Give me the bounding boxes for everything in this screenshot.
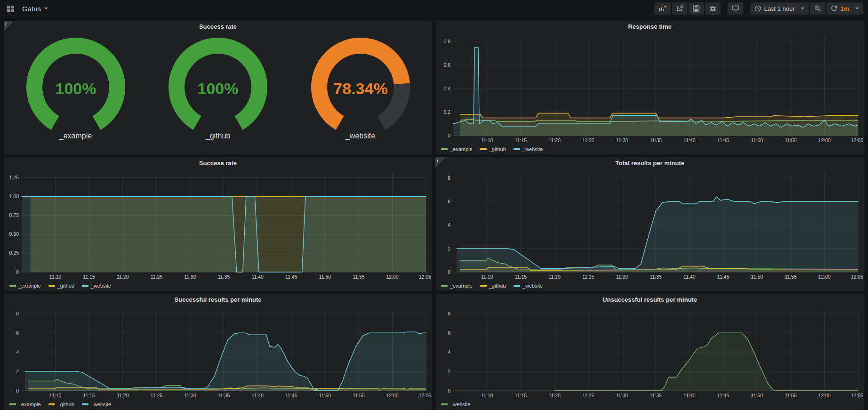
gauge-label: _website <box>346 132 375 140</box>
legend-swatch <box>441 403 448 405</box>
settings-button[interactable] <box>705 2 721 15</box>
x-axis-tick-label: 11:50 <box>751 393 763 398</box>
y-axis-tick-label: 0.6 <box>443 62 450 68</box>
grid-icon <box>7 5 15 12</box>
x-axis-tick-label: 11:20 <box>548 274 561 280</box>
x-axis-tick-label: 11:25 <box>582 137 595 143</box>
legend-label: _example <box>18 283 41 289</box>
add-panel-button[interactable] <box>654 2 671 15</box>
tv-mode-button[interactable] <box>728 2 743 15</box>
legend-item-_website[interactable]: _website <box>514 146 543 152</box>
chevron-down-icon <box>855 8 859 9</box>
x-axis-tick-label: 11:10 <box>481 393 493 398</box>
panel-title[interactable]: Response time <box>435 21 864 33</box>
legend-item-_example[interactable]: _example <box>9 402 41 407</box>
panel-info-icon[interactable]: i <box>435 157 446 168</box>
y-axis-tick-label: 8 <box>16 311 19 316</box>
panel-info-icon[interactable]: i <box>4 21 14 31</box>
dashboard-title-dropdown[interactable]: Gatus <box>22 5 48 13</box>
legend-item-_website[interactable]: _website <box>441 402 470 407</box>
x-axis-tick-label: 11:10 <box>49 393 62 398</box>
legend-item-_github[interactable]: _github <box>480 146 506 152</box>
x-axis-tick-label: 12:05 <box>851 393 863 398</box>
y-axis-tick-label: 4 <box>16 349 19 355</box>
x-axis-tick-label: 11:20 <box>548 393 561 398</box>
x-axis-tick-label: 11:15 <box>83 393 95 398</box>
panel-title[interactable]: Unsuccessful results per minute <box>435 294 864 306</box>
successful-results-chart[interactable]: 11:1011:1511:2011:2511:3011:3511:4011:45… <box>4 306 432 399</box>
zoom-out-button[interactable] <box>810 2 825 15</box>
monitor-icon <box>732 5 739 12</box>
success-rate-chart[interactable]: 11:1011:1511:2011:2511:3011:3511:4011:45… <box>4 169 432 281</box>
x-axis-tick-label: 12:00 <box>386 393 398 398</box>
legend-swatch <box>9 285 16 287</box>
x-axis-tick-label: 11:10 <box>481 274 493 280</box>
series-area-_website <box>22 197 426 272</box>
y-axis-tick-label: 2 <box>448 369 450 374</box>
x-axis-tick-label: 11:45 <box>717 274 730 280</box>
legend-item-_github[interactable]: _github <box>48 402 74 407</box>
legend-item-_example[interactable]: _example <box>441 283 473 289</box>
y-axis-tick-label: 0.25 <box>9 250 19 256</box>
legend-item-_website[interactable]: _website <box>82 283 111 289</box>
refresh-button[interactable]: 1m <box>827 2 863 15</box>
add-panel-icon <box>659 5 667 12</box>
x-axis-tick-label: 11:40 <box>251 393 264 398</box>
x-axis-tick-label: 11:35 <box>218 274 230 280</box>
y-axis-tick-label: 0.2 <box>443 109 450 115</box>
chart-legend: _example_github_website <box>435 144 864 154</box>
legend-swatch <box>480 285 487 287</box>
chart-legend: _website <box>435 399 864 410</box>
share-dashboard-button[interactable] <box>672 2 687 15</box>
legend-label: _example <box>450 146 473 152</box>
chart-canvas: 11:1011:1511:2011:2511:3011:3511:4011:45… <box>435 169 864 281</box>
y-axis-tick-label: 8 <box>448 311 450 316</box>
legend-item-_example[interactable]: _example <box>441 146 473 152</box>
panel-title[interactable]: Total results per minute <box>435 157 864 169</box>
panel-title[interactable]: Success rate <box>4 21 432 33</box>
y-axis-tick-label: 6 <box>448 330 450 336</box>
y-axis-tick-label: 2 <box>16 369 19 374</box>
y-axis-tick-label: 0 <box>448 133 450 138</box>
legend-label: _website <box>522 283 543 289</box>
legend-label: _website <box>91 402 111 407</box>
panel-title[interactable]: Successful results per minute <box>4 294 432 306</box>
total-results-chart[interactable]: 11:1011:1511:2011:2511:3011:3511:4011:45… <box>435 169 864 281</box>
y-axis-tick-label: 0 <box>16 269 19 275</box>
save-dashboard-button[interactable] <box>689 2 704 15</box>
legend-item-_github[interactable]: _github <box>48 283 74 289</box>
x-axis-tick-label: 11:35 <box>218 393 230 398</box>
dashboards-menu-button[interactable] <box>6 4 16 13</box>
legend-item-_website[interactable]: _website <box>514 283 543 289</box>
x-axis-tick-label: 11:20 <box>117 393 129 398</box>
legend-label: _website <box>91 283 111 289</box>
series-area-_website <box>457 197 858 272</box>
x-axis-tick-label: 11:35 <box>650 137 662 143</box>
y-axis-tick-label: 6 <box>448 199 450 204</box>
x-axis-tick-label: 11:10 <box>481 137 493 143</box>
unsuccessful-results-chart[interactable]: 11:1011:1511:2011:2511:3011:3511:4011:45… <box>435 306 864 399</box>
share-icon <box>676 5 683 12</box>
legend-label: _github <box>57 402 74 407</box>
info-glyph: i <box>437 158 438 163</box>
panel-total-results: i Total results per minute 11:1011:1511:… <box>435 157 864 291</box>
legend-swatch <box>514 285 520 287</box>
gauge-label: _example <box>59 132 92 140</box>
gauge-group: 100%_example100%_github78.34%_website <box>4 33 432 154</box>
time-range-picker[interactable]: Last 1 hour <box>750 2 809 15</box>
panel-success-rate-gauges: i Success rate 100%_example100%_github78… <box>4 21 432 154</box>
legend-swatch <box>441 148 448 150</box>
x-axis-tick-label: 11:15 <box>83 274 95 280</box>
panel-title[interactable]: Success rate <box>4 157 432 169</box>
response-time-chart[interactable]: 11:1011:1511:2011:2511:3011:3511:4011:45… <box>435 33 864 144</box>
legend-item-_website[interactable]: _website <box>82 402 111 407</box>
clock-icon <box>755 5 761 12</box>
legend-item-_github[interactable]: _github <box>480 283 506 289</box>
x-axis-tick-label: 11:45 <box>717 137 730 143</box>
x-axis-tick-label: 11:30 <box>616 393 628 398</box>
legend-item-_example[interactable]: _example <box>9 283 41 289</box>
x-axis-tick-label: 11:45 <box>717 393 730 398</box>
legend-label: _example <box>18 402 41 407</box>
chart-canvas: 11:1011:1511:2011:2511:3011:3511:4011:45… <box>4 306 432 399</box>
navbar: Gatus <box>0 0 868 17</box>
